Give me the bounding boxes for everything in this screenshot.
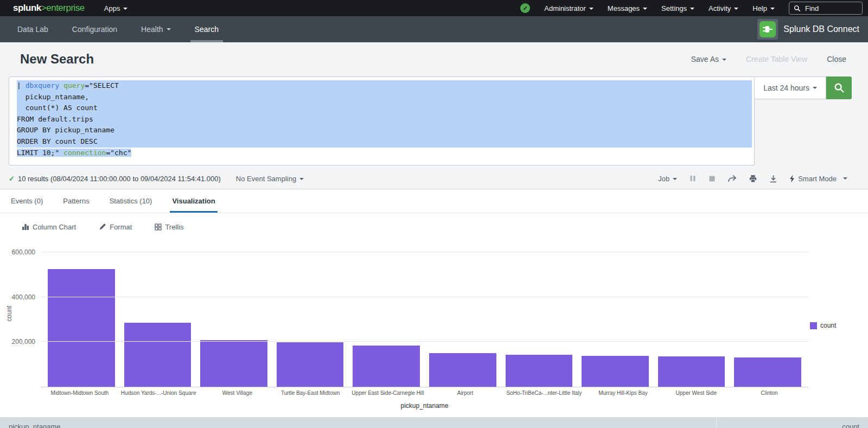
- query-line: pickup_ntaname,: [17, 92, 752, 103]
- x-tick-label: Turtle Bay-East Midtown: [278, 390, 342, 396]
- search-mode-menu[interactable]: Smart Mode: [789, 175, 847, 183]
- tab-events[interactable]: Events (0): [11, 189, 43, 213]
- column-header-count[interactable]: count: [716, 417, 868, 428]
- settings-menu[interactable]: Settings: [661, 4, 694, 12]
- column-chart-icon: [22, 223, 29, 231]
- success-check-icon: ✓: [9, 175, 15, 183]
- chevron-down-icon: [167, 28, 171, 30]
- export-button[interactable]: [769, 175, 777, 183]
- y-axis-title: count: [5, 305, 13, 322]
- event-sampling-menu[interactable]: No Event Sampling: [236, 175, 304, 183]
- results-tabs: Events (0) Patterns Statistics (10) Visu…: [0, 189, 868, 213]
- chart-bar[interactable]: [734, 357, 801, 387]
- chart-bar[interactable]: [658, 356, 725, 387]
- query-line: count(*) AS count: [17, 103, 752, 114]
- top-system-bar: splunk>enterprise Apps ✓ Administrator M…: [0, 0, 868, 16]
- app-title: Splunk DB Connect: [783, 24, 859, 34]
- chart-bar[interactable]: [506, 355, 573, 387]
- settings-menu-label: Settings: [661, 4, 687, 12]
- create-table-view-button[interactable]: Create Table View: [746, 55, 807, 63]
- tab-statistics[interactable]: Statistics (10): [110, 189, 152, 213]
- job-controls: Job: [658, 175, 847, 183]
- column-header-pickup-ntaname[interactable]: pickup_ntaname: [0, 417, 716, 428]
- health-check-icon[interactable]: ✓: [520, 3, 530, 13]
- chart-type-picker[interactable]: Column Chart: [22, 223, 76, 231]
- share-icon: [727, 175, 737, 183]
- help-menu[interactable]: Help: [752, 4, 775, 12]
- search-submit-button[interactable]: [826, 76, 852, 99]
- apps-menu[interactable]: Apps: [104, 4, 128, 12]
- find-search-box[interactable]: [789, 2, 863, 15]
- nav-item-label: Health: [141, 25, 163, 34]
- y-tick-label: 400,000: [12, 293, 35, 301]
- print-button[interactable]: [749, 175, 757, 183]
- pause-icon: [689, 175, 697, 182]
- trellis-grid-icon: [155, 223, 162, 231]
- trellis-button[interactable]: Trellis: [155, 223, 183, 231]
- time-range-picker[interactable]: Last 24 hours: [754, 76, 826, 99]
- share-button[interactable]: [727, 175, 737, 183]
- tab-patterns[interactable]: Patterns: [63, 189, 89, 213]
- gridline: [41, 341, 808, 342]
- chart-type-label: Column Chart: [33, 223, 76, 231]
- job-menu[interactable]: Job: [658, 175, 677, 183]
- chart-bars: [48, 246, 801, 387]
- administrator-menu-label: Administrator: [544, 4, 586, 12]
- activity-menu[interactable]: Activity: [709, 4, 738, 12]
- nav-item-data-lab[interactable]: Data Lab: [17, 16, 48, 42]
- plug-icon: [762, 24, 773, 35]
- tab-visualization[interactable]: Visualization: [172, 189, 215, 213]
- find-input[interactable]: [804, 4, 854, 13]
- y-tick-label: 200,000: [12, 338, 35, 346]
- administrator-menu[interactable]: Administrator: [544, 4, 593, 12]
- close-button[interactable]: Close: [827, 55, 846, 63]
- nav-item-configuration[interactable]: Configuration: [72, 16, 117, 42]
- chevron-down-icon: [123, 8, 127, 10]
- tab-label: Patterns: [63, 197, 89, 205]
- x-axis-tick-labels: Midtown-Midtown SouthHudson Yards-...-Un…: [48, 390, 801, 396]
- messages-menu-label: Messages: [608, 4, 640, 12]
- activity-menu-label: Activity: [709, 4, 731, 12]
- chart-bar[interactable]: [48, 269, 115, 387]
- pause-button[interactable]: [689, 175, 697, 182]
- chart-bar[interactable]: [124, 323, 192, 387]
- x-tick-label: Midtown-Midtown South: [48, 390, 112, 396]
- search-icon: [834, 82, 845, 93]
- chart-legend[interactable]: count: [810, 322, 836, 329]
- job-menu-label: Job: [658, 175, 669, 183]
- trellis-label: Trellis: [165, 223, 183, 231]
- head-actions: Save As Create Table View Close: [691, 55, 846, 63]
- query-line: | dbxquery query="SELECT: [17, 80, 752, 92]
- chart-bar[interactable]: [429, 353, 496, 387]
- search-query-input[interactable]: | dbxquery query="SELECT pickup_ntaname,…: [9, 76, 755, 165]
- chart-bar[interactable]: [277, 342, 344, 387]
- event-sampling-label: No Event Sampling: [236, 175, 296, 183]
- download-icon: [769, 175, 777, 183]
- chart-bar[interactable]: [353, 346, 420, 387]
- gridline: [41, 297, 808, 297]
- nav-item-label: Search: [195, 25, 219, 34]
- nav-item-health[interactable]: Health: [141, 16, 170, 42]
- format-button[interactable]: Format: [99, 223, 132, 231]
- help-menu-label: Help: [752, 4, 767, 12]
- legend-swatch: [810, 322, 817, 329]
- query-line: ORDER BY count DESC: [17, 136, 752, 148]
- save-as-button[interactable]: Save As: [691, 55, 726, 63]
- stop-icon: [709, 175, 716, 182]
- app-nav-bar: Data Lab Configuration Health Search Spl…: [0, 16, 868, 42]
- x-axis-title: pickup_ntaname: [41, 402, 808, 410]
- chevron-down-icon: [734, 8, 738, 10]
- search-mode-label: Smart Mode: [798, 175, 837, 183]
- chart-bar[interactable]: [200, 340, 267, 387]
- messages-menu[interactable]: Messages: [608, 4, 647, 12]
- column-chart: count 200,000400,000600,000 Midtown-Midt…: [0, 240, 868, 417]
- splunk-logo[interactable]: splunk>enterprise: [13, 3, 85, 14]
- stop-button[interactable]: [709, 175, 716, 182]
- query-line: FROM default.trips: [17, 114, 752, 125]
- db-connect-app-icon: [757, 19, 778, 40]
- chart-bar[interactable]: [582, 356, 649, 387]
- pencil-icon: [99, 223, 106, 231]
- nav-item-search[interactable]: Search: [195, 16, 219, 42]
- statistics-table-header: pickup_ntaname count: [0, 417, 868, 428]
- app-badge[interactable]: Splunk DB Connect: [757, 19, 859, 40]
